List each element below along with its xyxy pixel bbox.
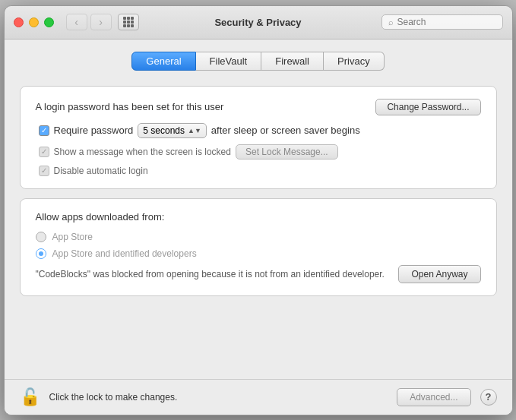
blocked-app-text: "CodeBlocks" was blocked from opening be… (36, 269, 390, 279)
login-password-section: A login password has been set for this u… (20, 86, 497, 189)
title-bar: ‹ › Security & Privacy ⌕ (5, 6, 512, 39)
search-input[interactable] (397, 17, 496, 27)
login-password-label: A login password has been set for this u… (36, 101, 224, 112)
advanced-button[interactable]: Advanced... (397, 388, 470, 406)
maximize-button[interactable] (44, 17, 54, 27)
allow-apps-section: Allow apps downloaded from: App Store Ap… (20, 198, 497, 296)
disable-login-label: Disable automatic login (54, 166, 148, 176)
help-button[interactable]: ? (480, 389, 497, 406)
tab-firewall[interactable]: Firewall (261, 52, 324, 71)
grid-button[interactable] (118, 14, 139, 30)
allow-apps-title: Allow apps downloaded from: (36, 211, 481, 223)
grid-icon (123, 17, 134, 27)
close-button[interactable] (14, 17, 24, 27)
forward-icon: › (99, 16, 103, 28)
tab-privacy[interactable]: Privacy (324, 52, 385, 71)
window-title: Security & Privacy (214, 17, 301, 28)
app-store-identified-radio-row: App Store and identified developers (36, 248, 481, 259)
password-time-suffix: after sleep or screen saver begins (211, 125, 360, 136)
password-time-select[interactable]: 5 seconds ▲▼ (138, 123, 207, 138)
show-message-row: Show a message when the screen is locked… (36, 144, 481, 159)
tab-filevault[interactable]: FileVault (196, 52, 262, 71)
change-password-button[interactable]: Change Password... (375, 99, 480, 115)
back-button[interactable]: ‹ (66, 14, 87, 30)
nav-buttons: ‹ › (66, 14, 112, 30)
set-lock-message-button[interactable]: Set Lock Message... (236, 144, 338, 159)
app-store-radio[interactable] (36, 232, 46, 242)
blocked-app-row: "CodeBlocks" was blocked from opening be… (36, 265, 481, 283)
require-password-row: Require password 5 seconds ▲▼ after slee… (36, 123, 481, 138)
lock-icon[interactable]: 🔓 (20, 387, 40, 407)
tabs: General FileVault Firewall Privacy (20, 52, 497, 71)
bottom-bar: 🔓 Click the lock to make changes. Advanc… (5, 379, 512, 415)
content-area: General FileVault Firewall Privacy A log… (5, 39, 512, 379)
window: ‹ › Security & Privacy ⌕ General FileVau… (4, 5, 513, 415)
disable-login-checkbox[interactable] (39, 166, 49, 176)
tab-general[interactable]: General (131, 52, 195, 71)
open-anyway-button[interactable]: Open Anyway (398, 265, 480, 283)
show-message-checkbox[interactable] (39, 147, 49, 157)
password-time-value: 5 seconds (143, 125, 185, 136)
select-arrow-icon: ▲▼ (188, 127, 201, 134)
show-message-label: Show a message when the screen is locked (54, 147, 231, 157)
require-password-label: Require password (54, 125, 134, 136)
traffic-lights (14, 17, 54, 27)
search-box[interactable]: ⌕ (381, 14, 503, 30)
lock-text: Click the lock to make changes. (49, 392, 388, 403)
require-password-checkbox[interactable] (39, 125, 49, 136)
search-icon: ⌕ (388, 17, 394, 27)
login-password-row: A login password has been set for this u… (36, 99, 481, 115)
app-store-identified-label: App Store and identified developers (52, 248, 197, 259)
forward-button[interactable]: › (90, 14, 112, 30)
app-store-radio-row: App Store (36, 232, 481, 242)
app-store-label: App Store (52, 232, 93, 242)
minimize-button[interactable] (29, 17, 39, 27)
disable-login-row: Disable automatic login (36, 166, 481, 176)
app-store-identified-radio[interactable] (36, 248, 46, 259)
back-icon: ‹ (74, 16, 78, 28)
